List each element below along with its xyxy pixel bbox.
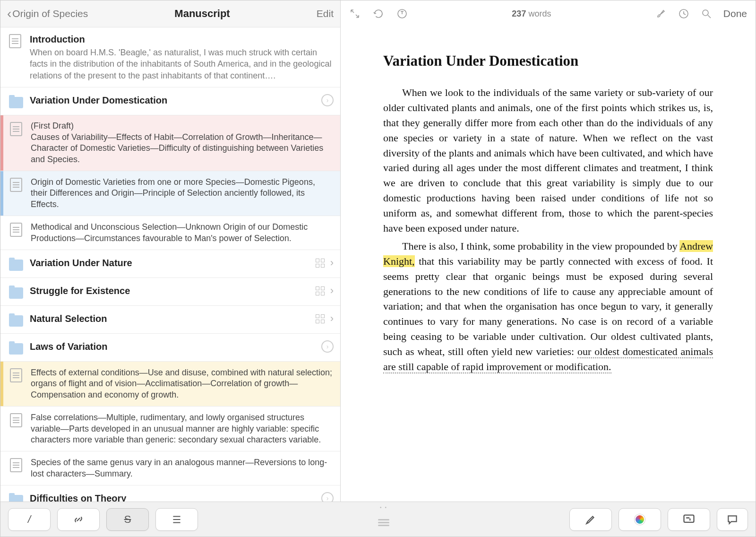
folder-natural-selection[interactable]: Natural Selection ›: [0, 306, 340, 334]
doc-vd-methodical[interactable]: Methodical and Unconscious Selection—Unk…: [0, 216, 340, 250]
italic-button[interactable]: /: [8, 508, 51, 531]
doc-vd-origin[interactable]: Origin of Domestic Varieties from one or…: [0, 171, 340, 216]
folder-title: Difficulties on Theory: [30, 492, 318, 502]
doc-lv-species[interactable]: Species of the same genus vary in an ana…: [0, 451, 340, 485]
expand-toggle-icon[interactable]: ›: [321, 340, 334, 353]
folder-title: Laws of Variation: [30, 340, 318, 353]
color-wheel-icon: [635, 514, 645, 525]
document-icon: [10, 178, 22, 192]
doc-lv-effects[interactable]: Effects of external conditions—Use and d…: [0, 362, 340, 407]
doc-text: Causes of Variability—Effects of Habit—C…: [31, 132, 334, 165]
doc-text: Species of the same genus vary in an ana…: [31, 457, 334, 479]
document-icon: [10, 413, 22, 427]
folder-title: Struggle for Existence: [30, 285, 312, 297]
folder-title: Variation Under Nature: [30, 257, 312, 269]
editor-panel: 237 words Done Variation Under Domestica…: [341, 0, 756, 502]
annotation-button[interactable]: [717, 508, 748, 531]
corkboard-icon[interactable]: [316, 314, 325, 323]
manuscript-paragraph-2: There is also, I think, some probability…: [383, 239, 713, 374]
bottom-toolbar: / S • •: [0, 502, 756, 537]
back-chevron-icon[interactable]: ‹: [7, 6, 11, 21]
folder-laws-variation[interactable]: Laws of Variation ›: [0, 334, 340, 362]
document-icon: [10, 458, 22, 472]
manuscript-editor[interactable]: Variation Under Domestication When we lo…: [341, 27, 756, 502]
folder-icon: [9, 315, 23, 327]
document-icon: [10, 122, 22, 136]
brush-icon[interactable]: [655, 8, 667, 19]
folder-difficulties[interactable]: Difficulties on Theory ›: [0, 485, 340, 502]
corkboard-icon[interactable]: [316, 259, 325, 268]
doc-vd-first-draft[interactable]: (First Draft) Causes of Variability—Effe…: [0, 115, 340, 171]
doc-text: False correlations—Multiple, rudimentary…: [31, 412, 334, 445]
chevron-right-icon[interactable]: ›: [330, 257, 334, 269]
folder-title: Variation Under Domestication: [30, 94, 318, 106]
doc-subhead: (First Draft): [31, 121, 334, 131]
comment-button[interactable]: [668, 508, 710, 531]
chevron-right-icon[interactable]: ›: [330, 285, 334, 297]
folder-struggle[interactable]: Struggle for Existence ›: [0, 278, 340, 306]
intro-title: Introduction: [30, 33, 334, 45]
folder-variation-nature[interactable]: Variation Under Nature ›: [0, 250, 340, 278]
manuscript-paragraph-1: When we look to the individuals of the s…: [383, 85, 713, 236]
folder-icon: [9, 287, 23, 299]
document-icon: [9, 34, 21, 48]
typewriter-icon[interactable]: [396, 8, 408, 19]
drag-dots-icon: • •: [380, 505, 387, 510]
word-count-label: words: [528, 9, 551, 18]
word-count-number: 237: [512, 9, 526, 18]
corkboard-icon[interactable]: [316, 286, 325, 295]
folder-icon: [9, 260, 23, 271]
document-icon: [10, 223, 22, 237]
color-button[interactable]: [619, 508, 661, 531]
binder-header: ‹ Origin of Species Manuscript Edit: [0, 0, 340, 27]
folder-icon: [9, 97, 23, 108]
expand-toggle-icon[interactable]: ›: [321, 492, 334, 502]
svg-point-2: [703, 10, 708, 16]
highlight-button[interactable]: [569, 508, 612, 531]
folder-variation-domestication[interactable]: Variation Under Domestication ›: [0, 87, 340, 115]
link-button[interactable]: [57, 508, 100, 531]
chevron-right-icon[interactable]: ›: [330, 312, 334, 325]
strikethrough-button[interactable]: S: [106, 508, 149, 531]
binder-title: Manuscript: [88, 8, 317, 20]
sync-icon[interactable]: [373, 8, 384, 19]
document-icon: [10, 368, 22, 382]
editor-header: 237 words Done: [341, 0, 756, 27]
binder-panel: ‹ Origin of Species Manuscript Edit Intr…: [0, 0, 341, 502]
outline-list: Introduction When on board H.M.S. 'Beagl…: [0, 27, 340, 502]
outline-introduction[interactable]: Introduction When on board H.M.S. 'Beagl…: [0, 27, 340, 87]
drag-handle[interactable]: • •: [206, 512, 562, 526]
expand-toggle-icon[interactable]: ›: [321, 94, 334, 106]
word-count[interactable]: 237 words: [512, 9, 551, 19]
folder-icon: [9, 343, 23, 355]
doc-text: Effects of external conditions—Use and d…: [31, 367, 334, 400]
edit-button[interactable]: Edit: [317, 8, 334, 19]
intro-snippet: When on board H.M.S. 'Beagle,' as natura…: [30, 47, 334, 81]
doc-text: Methodical and Unconscious Selection—Unk…: [31, 222, 334, 244]
done-button[interactable]: Done: [723, 8, 747, 19]
search-icon[interactable]: [701, 8, 712, 19]
doc-text: Origin of Domestic Varieties from one or…: [31, 177, 334, 210]
manuscript-heading: Variation Under Domestication: [383, 51, 713, 72]
history-icon[interactable]: [678, 8, 689, 19]
folder-icon: [9, 495, 23, 502]
svg-rect-3: [684, 515, 694, 522]
doc-lv-false[interactable]: False correlations—Multiple, rudimentary…: [0, 407, 340, 451]
list-button[interactable]: [155, 508, 198, 531]
expand-icon[interactable]: [349, 8, 361, 19]
back-button[interactable]: Origin of Species: [12, 8, 88, 19]
folder-title: Natural Selection: [30, 312, 312, 325]
